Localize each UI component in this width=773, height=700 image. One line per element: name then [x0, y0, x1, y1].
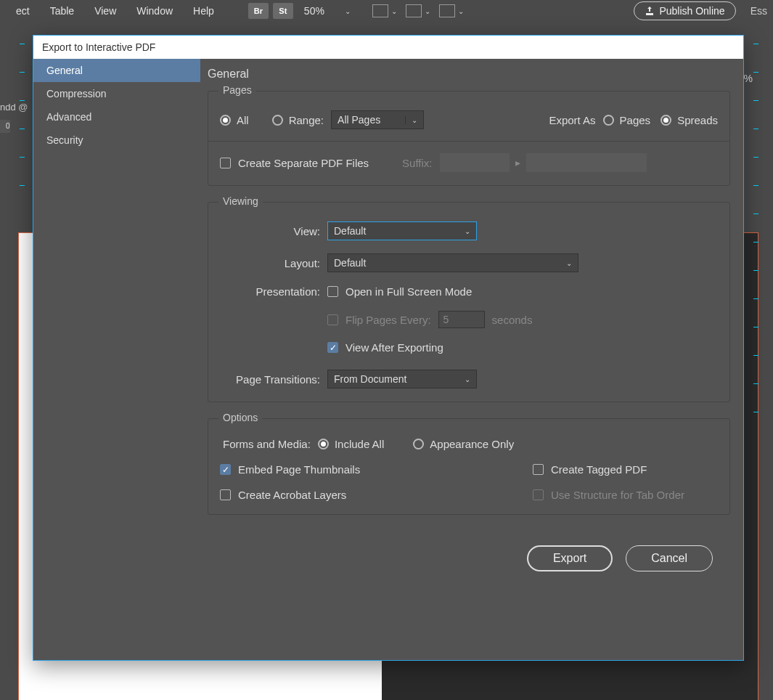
zoom-select[interactable]: 50% ⌄ — [304, 5, 351, 17]
pages-group: Pages All Range: All Pages⌄ Export As Pa — [208, 91, 730, 186]
chevron-down-icon: ⌄ — [345, 7, 351, 15]
view-label: View: — [220, 225, 327, 237]
guides-right — [753, 44, 758, 700]
suffix-preview — [526, 153, 647, 172]
sidebar-item-security[interactable]: Security — [33, 129, 200, 152]
check-view-after[interactable] — [327, 342, 338, 353]
dialog-main: General Pages All Range: All Pages⌄ Expo… — [200, 59, 743, 660]
check-separate-files-label: Create Separate PDF Files — [238, 157, 369, 169]
suffix-input — [440, 153, 510, 172]
arrange-icon[interactable]: ⌄ — [439, 4, 464, 17]
percent-fragment: % — [744, 73, 753, 84]
menu-view[interactable]: View — [84, 2, 126, 20]
viewing-group: Viewing View: Default⌄ Layout: Default⌄ … — [208, 202, 730, 402]
view-options-icon[interactable]: ⌄ — [372, 4, 397, 17]
options-group: Options Forms and Media: Include All App… — [208, 418, 730, 515]
pages-legend: Pages — [218, 84, 256, 96]
bridge-icon[interactable]: Br — [248, 3, 269, 19]
check-acrobat-layers[interactable] — [220, 489, 231, 500]
radio-pages-label: Pages — [620, 114, 651, 126]
layout-select[interactable]: Default⌄ — [327, 253, 578, 272]
check-acrobat-layers-label: Create Acrobat Layers — [238, 489, 346, 501]
publish-online-button[interactable]: Publish Online — [634, 1, 735, 20]
suffix-label: Suffix: — [402, 157, 432, 169]
radio-spreads-label: Spreads — [677, 114, 718, 126]
dialog-sidebar: General Compression Advanced Security — [33, 59, 200, 660]
dialog-title: Export to Interactive PDF — [33, 36, 743, 59]
seconds-label: seconds — [492, 314, 533, 326]
export-as-label: Export As — [549, 114, 595, 126]
cancel-button[interactable]: Cancel — [626, 545, 713, 571]
check-fullscreen-label: Open in Full Screen Mode — [345, 285, 472, 298]
radio-appearance-only[interactable] — [413, 439, 424, 449]
radio-range-label: Range: — [289, 114, 324, 126]
check-tab-order-label: Use Structure for Tab Order — [551, 489, 718, 501]
export-pdf-dialog: Export to Interactive PDF General Compre… — [33, 35, 744, 661]
presentation-label: Presentation: — [220, 285, 327, 298]
sidebar-item-advanced[interactable]: Advanced — [33, 105, 200, 129]
forms-media-label: Forms and Media: — [223, 438, 311, 450]
menu-window[interactable]: Window — [126, 2, 183, 20]
check-tab-order — [533, 489, 544, 500]
app-menubar: ect Table View Window Help Br St 50% ⌄ ⌄… — [0, 0, 773, 22]
radio-all-label: All — [237, 114, 249, 126]
radio-range[interactable] — [272, 115, 283, 126]
screen-mode-icon[interactable]: ⌄ — [406, 4, 430, 17]
export-button[interactable]: Export — [527, 545, 613, 571]
viewing-legend: Viewing — [218, 195, 263, 207]
check-view-after-label: View After Exporting — [345, 341, 443, 354]
sidebar-item-general[interactable]: General — [33, 59, 200, 82]
panel-heading: General — [208, 68, 730, 81]
check-flip-pages-label: Flip Pages Every: — [345, 314, 431, 326]
transitions-label: Page Transitions: — [220, 373, 327, 386]
check-embed-thumbnails-label: Embed Page Thumbnails — [238, 463, 360, 476]
suffix-menu-icon: ▸ — [510, 157, 526, 168]
menu-table[interactable]: Table — [40, 2, 84, 20]
options-legend: Options — [218, 412, 262, 423]
check-separate-files[interactable] — [220, 158, 231, 168]
check-tagged-pdf[interactable] — [533, 464, 544, 475]
check-embed-thumbnails[interactable] — [220, 464, 231, 475]
layout-label: Layout: — [220, 257, 327, 269]
flip-seconds-input: 5 — [438, 311, 485, 328]
radio-include-all[interactable] — [318, 439, 329, 449]
zoom-value: 50% — [304, 5, 324, 17]
radio-appearance-only-label: Appearance Only — [430, 438, 514, 450]
workspace-label[interactable]: Ess — [750, 5, 767, 17]
menu-help[interactable]: Help — [183, 2, 224, 20]
range-select[interactable]: All Pages⌄ — [331, 110, 424, 129]
view-select[interactable]: Default⌄ — [327, 221, 477, 240]
ruler: 0 — [0, 120, 10, 133]
upload-icon — [645, 6, 655, 16]
radio-include-all-label: Include All — [335, 438, 384, 450]
sidebar-item-compression[interactable]: Compression — [33, 82, 200, 105]
stock-icon[interactable]: St — [273, 3, 293, 19]
guides-left — [20, 44, 25, 700]
dialog-footer: Export Cancel — [208, 531, 730, 571]
radio-spreads[interactable] — [660, 115, 671, 126]
menu-object[interactable]: ect — [6, 2, 40, 20]
radio-all[interactable] — [220, 115, 231, 126]
check-flip-pages — [327, 314, 338, 325]
check-fullscreen[interactable] — [327, 286, 338, 297]
check-tagged-pdf-label: Create Tagged PDF — [551, 463, 718, 476]
radio-pages[interactable] — [603, 115, 614, 126]
transitions-select[interactable]: From Document⌄ — [327, 370, 477, 388]
